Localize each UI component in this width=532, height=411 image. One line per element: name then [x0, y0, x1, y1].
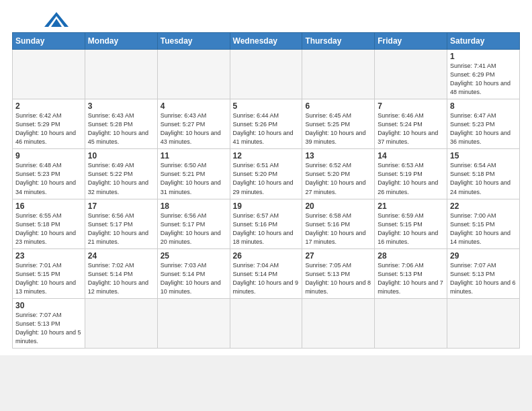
day-number: 5 [233, 101, 300, 111]
day-cell: 4Sunrise: 6:43 AM Sunset: 5:27 PM Daylig… [157, 99, 230, 149]
weekday-header-tuesday: Tuesday [157, 33, 230, 50]
day-info: Sunrise: 6:47 AM Sunset: 5:23 PM Dayligh… [450, 111, 517, 146]
day-cell: 26Sunrise: 7:04 AM Sunset: 5:14 PM Dayli… [230, 248, 302, 298]
day-cell: 5Sunrise: 6:44 AM Sunset: 5:26 PM Daylig… [230, 99, 302, 149]
day-cell [302, 298, 375, 348]
day-cell [230, 50, 302, 99]
day-cell [302, 50, 375, 99]
day-info: Sunrise: 6:50 AM Sunset: 5:21 PM Dayligh… [161, 161, 227, 196]
day-number: 30 [15, 301, 82, 310]
day-number: 12 [233, 151, 300, 161]
day-cell [13, 50, 85, 99]
day-cell: 23Sunrise: 7:01 AM Sunset: 5:15 PM Dayli… [13, 248, 85, 298]
day-number: 13 [305, 151, 371, 161]
day-info: Sunrise: 7:07 AM Sunset: 5:13 PM Dayligh… [15, 311, 82, 346]
day-info: Sunrise: 7:41 AM Sunset: 6:29 PM Dayligh… [450, 62, 517, 97]
day-info: Sunrise: 7:04 AM Sunset: 5:14 PM Dayligh… [233, 261, 300, 296]
week-row-2: 9Sunrise: 6:48 AM Sunset: 5:23 PM Daylig… [13, 149, 520, 199]
day-info: Sunrise: 7:03 AM Sunset: 5:14 PM Dayligh… [161, 261, 227, 296]
day-cell: 17Sunrise: 6:56 AM Sunset: 5:17 PM Dayli… [85, 199, 157, 248]
day-number: 20 [305, 201, 371, 211]
day-number: 2 [15, 101, 82, 111]
calendar-table: SundayMondayTuesdayWednesdayThursdayFrid… [12, 32, 520, 349]
day-number: 15 [450, 151, 517, 161]
week-row-5: 30Sunrise: 7:07 AM Sunset: 5:13 PM Dayli… [13, 298, 520, 348]
day-cell: 29Sunrise: 7:07 AM Sunset: 5:13 PM Dayli… [447, 248, 520, 298]
weekday-row: SundayMondayTuesdayWednesdayThursdayFrid… [13, 33, 520, 50]
day-info: Sunrise: 6:44 AM Sunset: 5:26 PM Dayligh… [233, 111, 300, 146]
day-info: Sunrise: 7:02 AM Sunset: 5:14 PM Dayligh… [88, 261, 154, 296]
day-cell: 27Sunrise: 7:05 AM Sunset: 5:13 PM Dayli… [302, 248, 375, 298]
day-number: 14 [378, 151, 444, 161]
day-info: Sunrise: 7:06 AM Sunset: 5:13 PM Dayligh… [378, 261, 444, 296]
day-number: 19 [233, 201, 300, 211]
day-number: 18 [161, 201, 227, 211]
day-cell: 30Sunrise: 7:07 AM Sunset: 5:13 PM Dayli… [13, 298, 85, 348]
day-info: Sunrise: 6:57 AM Sunset: 5:16 PM Dayligh… [233, 212, 300, 246]
day-cell: 12Sunrise: 6:51 AM Sunset: 5:20 PM Dayli… [230, 149, 302, 199]
header [12, 11, 520, 27]
day-number: 21 [378, 201, 444, 211]
day-info: Sunrise: 6:49 AM Sunset: 5:22 PM Dayligh… [88, 161, 154, 196]
day-cell: 8Sunrise: 6:47 AM Sunset: 5:23 PM Daylig… [447, 99, 520, 149]
day-number: 1 [450, 52, 517, 61]
day-info: Sunrise: 7:01 AM Sunset: 5:15 PM Dayligh… [15, 261, 82, 296]
day-number: 4 [161, 101, 227, 111]
day-info: Sunrise: 6:46 AM Sunset: 5:24 PM Dayligh… [378, 111, 444, 146]
day-info: Sunrise: 6:43 AM Sunset: 5:28 PM Dayligh… [88, 111, 154, 146]
day-cell: 11Sunrise: 6:50 AM Sunset: 5:21 PM Dayli… [157, 149, 230, 199]
logo [12, 11, 69, 27]
day-info: Sunrise: 6:54 AM Sunset: 5:18 PM Dayligh… [450, 161, 517, 196]
day-cell: 19Sunrise: 6:57 AM Sunset: 5:16 PM Dayli… [230, 199, 302, 248]
week-row-1: 2Sunrise: 6:42 AM Sunset: 5:29 PM Daylig… [13, 99, 520, 149]
day-number: 11 [161, 151, 227, 161]
day-number: 16 [15, 201, 82, 211]
day-cell [157, 298, 230, 348]
day-cell: 9Sunrise: 6:48 AM Sunset: 5:23 PM Daylig… [13, 149, 85, 199]
day-info: Sunrise: 6:56 AM Sunset: 5:17 PM Dayligh… [88, 212, 154, 246]
day-number: 7 [378, 101, 444, 111]
weekday-header-sunday: Sunday [13, 33, 85, 50]
day-info: Sunrise: 6:51 AM Sunset: 5:20 PM Dayligh… [233, 161, 300, 196]
day-cell [447, 298, 520, 348]
day-cell: 22Sunrise: 7:00 AM Sunset: 5:15 PM Dayli… [447, 199, 520, 248]
day-cell: 16Sunrise: 6:55 AM Sunset: 5:18 PM Dayli… [13, 199, 85, 248]
day-cell: 21Sunrise: 6:59 AM Sunset: 5:15 PM Dayli… [375, 199, 447, 248]
day-cell: 28Sunrise: 7:06 AM Sunset: 5:13 PM Dayli… [375, 248, 447, 298]
day-number: 9 [15, 151, 82, 161]
day-number: 8 [450, 101, 517, 111]
day-number: 17 [88, 201, 154, 211]
day-cell: 7Sunrise: 6:46 AM Sunset: 5:24 PM Daylig… [375, 99, 447, 149]
week-row-0: 1Sunrise: 7:41 AM Sunset: 6:29 PM Daylig… [13, 50, 520, 99]
page: SundayMondayTuesdayWednesdayThursdayFrid… [0, 0, 532, 355]
day-cell: 2Sunrise: 6:42 AM Sunset: 5:29 PM Daylig… [13, 99, 85, 149]
day-cell [85, 50, 157, 99]
day-info: Sunrise: 6:48 AM Sunset: 5:23 PM Dayligh… [15, 161, 82, 196]
day-cell: 15Sunrise: 6:54 AM Sunset: 5:18 PM Dayli… [447, 149, 520, 199]
day-info: Sunrise: 6:56 AM Sunset: 5:17 PM Dayligh… [161, 212, 227, 246]
day-cell [375, 50, 447, 99]
day-number: 6 [305, 101, 371, 111]
day-number: 22 [450, 201, 517, 211]
weekday-header-thursday: Thursday [302, 33, 375, 50]
day-number: 23 [15, 251, 82, 261]
day-info: Sunrise: 6:52 AM Sunset: 5:20 PM Dayligh… [305, 161, 371, 196]
day-number: 29 [450, 251, 517, 261]
weekday-header-wednesday: Wednesday [230, 33, 302, 50]
day-number: 27 [305, 251, 371, 261]
day-cell: 25Sunrise: 7:03 AM Sunset: 5:14 PM Dayli… [157, 248, 230, 298]
day-info: Sunrise: 6:59 AM Sunset: 5:15 PM Dayligh… [378, 212, 444, 246]
weekday-header-friday: Friday [375, 33, 447, 50]
day-number: 3 [88, 101, 154, 111]
day-cell: 24Sunrise: 7:02 AM Sunset: 5:14 PM Dayli… [85, 248, 157, 298]
weekday-header-monday: Monday [85, 33, 157, 50]
day-info: Sunrise: 7:00 AM Sunset: 5:15 PM Dayligh… [450, 212, 517, 246]
day-number: 10 [88, 151, 154, 161]
day-info: Sunrise: 6:42 AM Sunset: 5:29 PM Dayligh… [15, 111, 82, 146]
day-cell [157, 50, 230, 99]
day-cell: 13Sunrise: 6:52 AM Sunset: 5:20 PM Dayli… [302, 149, 375, 199]
day-info: Sunrise: 6:45 AM Sunset: 5:25 PM Dayligh… [305, 111, 371, 146]
day-cell: 3Sunrise: 6:43 AM Sunset: 5:28 PM Daylig… [85, 99, 157, 149]
day-cell: 14Sunrise: 6:53 AM Sunset: 5:19 PM Dayli… [375, 149, 447, 199]
calendar-header: SundayMondayTuesdayWednesdayThursdayFrid… [13, 33, 520, 50]
